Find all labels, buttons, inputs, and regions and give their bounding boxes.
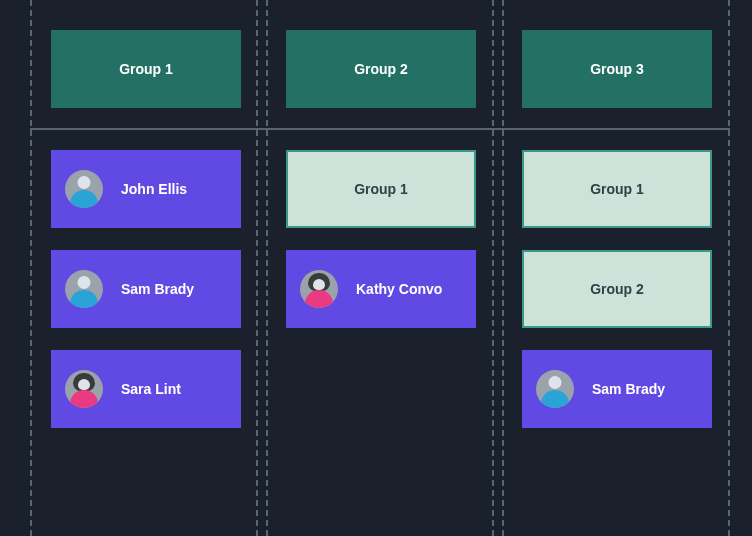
member-card[interactable]: Sam Brady — [51, 250, 241, 328]
group-header-2-label: Group 2 — [354, 61, 408, 77]
member-card[interactable]: Sara Lint — [51, 350, 241, 428]
member-card[interactable]: Sam Brady — [522, 350, 712, 428]
avatar-icon — [65, 170, 103, 208]
avatar-icon — [65, 370, 103, 408]
header-separator — [30, 128, 730, 130]
group-ref-label: Group 1 — [590, 181, 644, 197]
group-header-3[interactable]: Group 3 — [522, 30, 712, 108]
group-ref-label: Group 2 — [590, 281, 644, 297]
avatar-icon — [536, 370, 574, 408]
member-name: John Ellis — [121, 181, 187, 197]
member-name: Sam Brady — [121, 281, 194, 297]
member-name: Sam Brady — [592, 381, 665, 397]
group-header-2[interactable]: Group 2 — [286, 30, 476, 108]
group-header-3-label: Group 3 — [590, 61, 644, 77]
member-name: Sara Lint — [121, 381, 181, 397]
group-header-1[interactable]: Group 1 — [51, 30, 241, 108]
group-ref-card[interactable]: Group 1 — [522, 150, 712, 228]
member-name: Kathy Convo — [356, 281, 442, 297]
avatar-icon — [65, 270, 103, 308]
avatar-icon — [300, 270, 338, 308]
group-ref-card[interactable]: Group 2 — [522, 250, 712, 328]
member-card[interactable]: Kathy Convo — [286, 250, 476, 328]
group-ref-card[interactable]: Group 1 — [286, 150, 476, 228]
member-card[interactable]: John Ellis — [51, 150, 241, 228]
group-ref-label: Group 1 — [354, 181, 408, 197]
group-header-1-label: Group 1 — [119, 61, 173, 77]
